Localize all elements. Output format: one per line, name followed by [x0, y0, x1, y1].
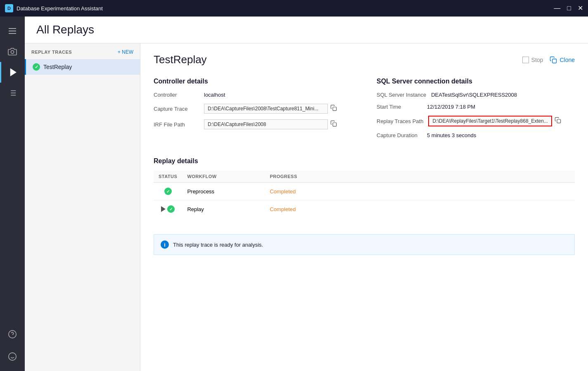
capture-trace-field-row: Capture Trace D:\DEA\CaptureFiles\2008\T…	[154, 104, 352, 114]
capture-duration-field-row: Capture Duration 5 minutes 3 seconds	[377, 132, 575, 138]
replay-traces-label: REPLAY TRACES	[31, 50, 72, 55]
replay-traces-copy-icon[interactable]	[555, 117, 561, 125]
table-row: Preprocess Completed	[154, 183, 575, 200]
main-title-row: TestReplay Stop Clone	[154, 53, 575, 66]
hamburger-icon	[9, 28, 16, 34]
svg-point-0	[11, 50, 14, 53]
replay-details-section: Replay details STATUS WORKFLOW PROGRESS	[154, 157, 575, 218]
capture-duration-value: 5 minutes 3 seconds	[427, 132, 476, 138]
controller-label: Controller	[154, 92, 199, 98]
irf-file-field-row: IRF File Path D:\DEA\CaptureFiles\2008	[154, 119, 352, 129]
controller-details-heading: Controller details	[154, 78, 352, 85]
row2-check-icon	[167, 205, 175, 213]
irf-file-copy-icon[interactable]	[330, 120, 337, 128]
info-banner: i This replay trace is ready for analysi…	[154, 234, 575, 255]
clone-button[interactable]: Clone	[550, 56, 575, 64]
minimize-button[interactable]: —	[554, 5, 560, 12]
irf-file-input-wrap: D:\DEA\CaptureFiles\2008	[204, 119, 352, 129]
controller-value: localhost	[204, 92, 225, 98]
capture-duration-label: Capture Duration	[377, 132, 422, 138]
replay-details-table: STATUS WORKFLOW PROGRESS	[154, 171, 575, 218]
irf-file-label: IRF File Path	[154, 121, 199, 128]
svg-rect-13	[552, 59, 557, 63]
svg-point-10	[9, 353, 16, 360]
stop-button[interactable]: Stop	[522, 57, 543, 63]
sidebar-item-help[interactable]	[0, 324, 25, 345]
capture-trace-input[interactable]: D:\DEA\CaptureFiles\2008\TestCapture811_…	[204, 104, 328, 114]
sidebar-item-replay[interactable]	[0, 62, 25, 83]
replay-list-item[interactable]: TestReplay	[25, 59, 140, 75]
app-icon-text: D	[7, 6, 11, 11]
page-title: All Replays	[36, 23, 576, 36]
row2-progress-cell: Completed	[265, 200, 575, 218]
col-header-progress: PROGRESS	[265, 171, 575, 183]
row1-progress-cell: Completed	[265, 183, 575, 200]
sql-instance-field-row: SQL Server Instance DEATestSqlSvr\SQLEXP…	[377, 92, 575, 98]
replay-item-name: TestReplay	[43, 64, 72, 70]
replay-traces-path-input[interactable]: D:\DEA\ReplayFiles\Target1\TestReplay868…	[428, 116, 552, 126]
title-bar: D Database Experimentation Assistant — □…	[0, 0, 588, 17]
row2-workflow-value: Replay	[187, 206, 204, 212]
capture-trace-label: Capture Trace	[154, 106, 199, 112]
row2-workflow-cell: Replay	[182, 200, 265, 218]
sidebar-item-feedback[interactable]	[0, 346, 25, 367]
svg-rect-16	[557, 119, 561, 123]
row2-progress-value: Completed	[270, 206, 296, 212]
svg-rect-15	[333, 123, 337, 126]
row1-workflow-value: Preprocess	[187, 188, 214, 195]
col-header-status: STATUS	[154, 171, 182, 183]
sidebar-item-menu[interactable]	[0, 21, 25, 41]
replay-traces-path-label: Replay Traces Path	[377, 118, 423, 124]
sidebar-icons	[0, 17, 25, 371]
page-header-area: All Replays REPLAY TRACES + NEW TestRepl…	[25, 17, 588, 371]
svg-rect-14	[333, 107, 337, 111]
info-message: This replay trace is ready for analysis.	[173, 242, 263, 248]
stop-label: Stop	[531, 57, 543, 63]
sql-server-details-section: SQL Server connection details SQL Server…	[377, 78, 575, 144]
replay-details-heading: Replay details	[154, 157, 575, 165]
face-icon	[8, 352, 17, 361]
row1-workflow-cell: Preprocess	[182, 183, 265, 200]
row2-play-icon	[161, 206, 166, 212]
col-header-workflow: WORKFLOW	[182, 171, 265, 183]
replay-traces-path-field-row: Replay Traces Path D:\DEA\ReplayFiles\Ta…	[377, 116, 575, 126]
details-grid: Controller details Controller localhost …	[154, 78, 575, 144]
stop-checkbox-icon	[522, 57, 529, 63]
row2-status-cell	[154, 200, 182, 218]
sql-server-details-heading: SQL Server connection details	[377, 78, 575, 85]
left-panel-header: REPLAY TRACES + NEW	[25, 43, 140, 59]
replay-icon	[9, 68, 18, 77]
app-title: Database Experimentation Assistant	[17, 5, 554, 12]
table-row: Replay Completed	[154, 200, 575, 218]
action-buttons: Stop Clone	[522, 56, 575, 64]
app-body: All Replays REPLAY TRACES + NEW TestRepl…	[0, 17, 588, 371]
new-replay-button[interactable]: + NEW	[118, 49, 133, 55]
app-icon: D	[5, 4, 13, 12]
status-check-icon	[33, 63, 40, 71]
capture-trace-input-wrap: D:\DEA\CaptureFiles\2008\TestCapture811_…	[204, 104, 352, 114]
sidebar-item-capture[interactable]	[0, 41, 25, 62]
sql-instance-value: DEATestSqlSvr\SQLEXPRESS2008	[431, 92, 517, 98]
left-panel: REPLAY TRACES + NEW TestReplay	[25, 43, 140, 371]
sidebar-item-analysis[interactable]	[0, 83, 25, 103]
title-bar-controls: — □ ✕	[554, 5, 583, 12]
clone-label: Clone	[560, 57, 575, 63]
content-area: REPLAY TRACES + NEW TestReplay TestRepla…	[25, 43, 588, 371]
row1-status-cell	[154, 183, 182, 200]
close-button[interactable]: ✕	[578, 5, 583, 12]
sql-instance-label: SQL Server Instance	[377, 92, 426, 98]
help-icon	[8, 330, 17, 339]
camera-icon	[8, 47, 17, 56]
info-icon: i	[161, 240, 169, 249]
controller-field-row: Controller localhost	[154, 92, 352, 98]
row1-progress-value: Completed	[270, 188, 296, 195]
svg-marker-1	[10, 69, 16, 76]
capture-trace-copy-icon[interactable]	[330, 105, 337, 113]
maximize-button[interactable]: □	[567, 5, 571, 12]
svg-point-8	[9, 331, 16, 338]
irf-file-input[interactable]: D:\DEA\CaptureFiles\2008	[204, 119, 328, 129]
analysis-icon	[8, 88, 17, 98]
start-time-label: Start Time	[377, 104, 422, 110]
controller-details-section: Controller details Controller localhost …	[154, 78, 352, 144]
main-content: TestReplay Stop Clone	[140, 43, 588, 371]
